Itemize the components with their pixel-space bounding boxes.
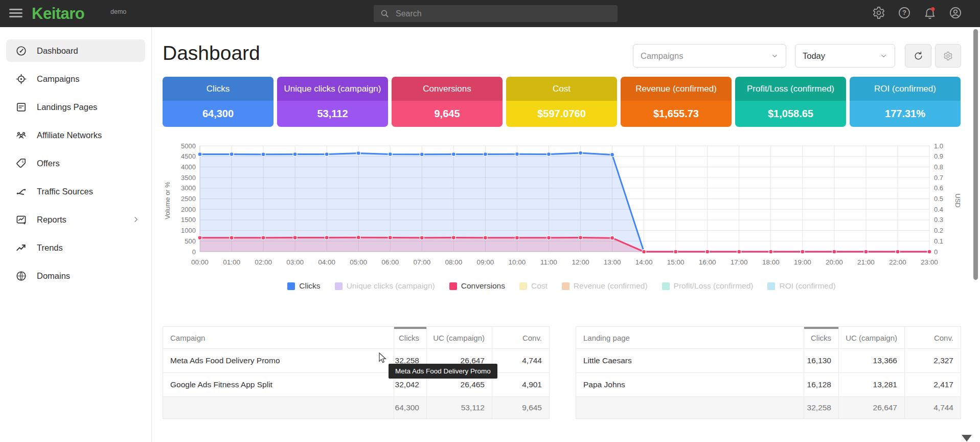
svg-text:4000: 4000 — [181, 163, 196, 171]
svg-text:0.3: 0.3 — [934, 216, 943, 224]
scroll-down-indicator — [962, 435, 972, 441]
metric-card-conversions[interactable]: Conversions9,645 — [392, 77, 503, 127]
metric-card-label: ROI (confirmed) — [850, 77, 961, 101]
svg-text:0.5: 0.5 — [934, 195, 943, 203]
svg-text:22:00: 22:00 — [889, 258, 906, 266]
scrollbar-thumb[interactable] — [973, 29, 978, 280]
legend-item-revenue-confirmed[interactable]: Revenue (confirmed) — [562, 281, 648, 291]
legend-label: Cost — [531, 281, 548, 291]
svg-text:0.7: 0.7 — [934, 174, 943, 182]
metric-card-label: Conversions — [392, 77, 503, 101]
sidebar-item-campaigns[interactable]: Campaigns — [6, 68, 145, 90]
row-value-cell: 16,130 — [804, 349, 839, 373]
domains-icon — [15, 270, 28, 282]
reports-icon — [15, 213, 28, 226]
svg-text:0.9: 0.9 — [934, 152, 943, 160]
dashboard-icon — [15, 45, 28, 57]
legend-item-clicks[interactable]: Clicks — [287, 281, 320, 291]
metric-card-roi-confirmed[interactable]: ROI (confirmed)177.31% — [850, 77, 961, 127]
svg-text:18:00: 18:00 — [762, 258, 780, 266]
column-header-conv[interactable]: Conv. — [905, 327, 961, 349]
totals-value-cell: 64,300 — [394, 397, 427, 419]
svg-text:2000: 2000 — [181, 206, 196, 213]
legend-label: Profit/Loss (confirmed) — [674, 281, 754, 291]
row-value-cell: 13,366 — [839, 349, 905, 373]
refresh-button[interactable] — [905, 44, 931, 68]
row-name-cell[interactable]: Little Caesars — [576, 349, 804, 373]
legend-item-unique-clicks-campaign[interactable]: Unique clicks (campaign) — [335, 281, 435, 291]
campaigns-filter-select[interactable]: Campaigns — [633, 44, 786, 68]
svg-text:08:00: 08:00 — [445, 258, 462, 266]
account-icon[interactable] — [949, 6, 963, 20]
legend-item-conversions[interactable]: Conversions — [449, 281, 505, 291]
sidebar-item-domains[interactable]: Domains — [6, 264, 145, 287]
column-header-clicks[interactable]: Clicks — [394, 327, 427, 349]
column-header-uc-campaign[interactable]: UC (campaign) — [427, 327, 492, 349]
help-icon[interactable]: ? — [898, 6, 912, 20]
sidebar-item-affiliate-networks[interactable]: Affiliate Networks — [6, 124, 145, 146]
row-name-cell[interactable]: Papa Johns — [576, 373, 804, 397]
svg-text:23:00: 23:00 — [921, 258, 938, 266]
row-value-cell: 16,128 — [804, 373, 839, 397]
landings-pages-icon — [15, 101, 28, 113]
sidebar-item-label: Domains — [37, 271, 70, 281]
svg-text:1.0: 1.0 — [934, 142, 943, 150]
svg-text:3500: 3500 — [181, 174, 196, 182]
totals-value-cell: 9,645 — [492, 397, 550, 419]
sidebar-item-traffic-sources[interactable]: Traffic Sources — [6, 180, 145, 203]
dashboard-chart[interactable]: 0500100015002000250030003500400045005000… — [163, 139, 961, 272]
svg-text:0.4: 0.4 — [934, 206, 943, 213]
sidebar-item-reports[interactable]: Reports — [6, 208, 145, 231]
hamburger-menu-icon[interactable] — [9, 9, 22, 19]
global-search[interactable] — [374, 5, 618, 22]
metric-card-revenue-confirmed[interactable]: Revenue (confirmed)$1,655.73 — [621, 77, 732, 127]
metric-card-value: 53,112 — [277, 101, 388, 127]
svg-text:13:00: 13:00 — [604, 258, 621, 266]
notifications-icon[interactable] — [923, 6, 938, 20]
legend-swatch — [449, 282, 457, 290]
table-row[interactable]: Little Caesars16,13013,3662,327 — [576, 349, 961, 373]
legend-item-profit-loss-confirmed[interactable]: Profit/Loss (confirmed) — [662, 281, 754, 291]
sidebar-item-landings-pages[interactable]: Landings Pages — [6, 96, 145, 118]
legend-item-cost[interactable]: Cost — [519, 281, 548, 291]
column-header-landing-page[interactable]: Landing page — [576, 327, 804, 349]
column-header-uc-campaign[interactable]: UC (campaign) — [839, 327, 905, 349]
metric-card-clicks[interactable]: Clicks64,300 — [163, 77, 274, 127]
svg-text:12:00: 12:00 — [572, 258, 589, 266]
metric-card-value: 9,645 — [392, 101, 503, 127]
metric-card-cost[interactable]: Cost$597.0760 — [506, 77, 617, 127]
sidebar-item-dashboard[interactable]: Dashboard — [6, 39, 145, 62]
chart-legend: ClicksUnique clicks (campaign)Conversion… — [163, 281, 961, 291]
table-row[interactable]: Papa Johns16,12813,2812,417 — [576, 373, 961, 397]
row-value-cell: 2,417 — [905, 373, 961, 397]
settings-icon[interactable] — [872, 6, 886, 20]
row-name-cell[interactable]: Google Ads Fitness App Split — [163, 373, 394, 397]
svg-text:?: ? — [902, 9, 906, 16]
metric-card-value: 64,300 — [163, 101, 274, 127]
svg-text:09:00: 09:00 — [476, 258, 494, 266]
mouse-cursor — [377, 352, 388, 366]
sidebar-item-offers[interactable]: sOffers — [6, 152, 145, 174]
chevron-down-icon — [771, 52, 779, 60]
svg-text:s: s — [22, 159, 24, 163]
keitaro-logo[interactable]: Keitaro — [32, 5, 84, 23]
date-range-select[interactable]: Today — [795, 44, 895, 68]
search-input[interactable] — [395, 9, 618, 19]
sidebar-item-trends[interactable]: Trends — [6, 236, 145, 259]
totals-row: 64,30053,1129,645 — [163, 397, 550, 419]
svg-text:0.2: 0.2 — [934, 227, 943, 234]
affiliate-networks-icon — [15, 129, 28, 141]
row-name-cell[interactable]: Meta Ads Food Delivery Promo — [163, 349, 394, 373]
column-header-conv[interactable]: Conv. — [492, 327, 550, 349]
gear-icon — [943, 51, 953, 61]
column-header-campaign[interactable]: Campaign — [163, 327, 394, 349]
dashboard-settings-button[interactable] — [935, 44, 961, 68]
svg-text:500: 500 — [185, 237, 196, 245]
metric-card-value: $597.0760 — [506, 101, 617, 127]
legend-item-roi-confirmed[interactable]: ROI (confirmed) — [767, 281, 835, 291]
svg-text:1500: 1500 — [181, 216, 196, 224]
trends-icon — [15, 241, 28, 254]
column-header-clicks[interactable]: Clicks — [804, 327, 839, 349]
metric-card-unique-clicks-campaign[interactable]: Unique clicks (campaign)53,112 — [277, 77, 388, 127]
metric-card-profit-loss-confirmed[interactable]: Profit/Loss (confirmed)$1,058.65 — [735, 77, 846, 127]
